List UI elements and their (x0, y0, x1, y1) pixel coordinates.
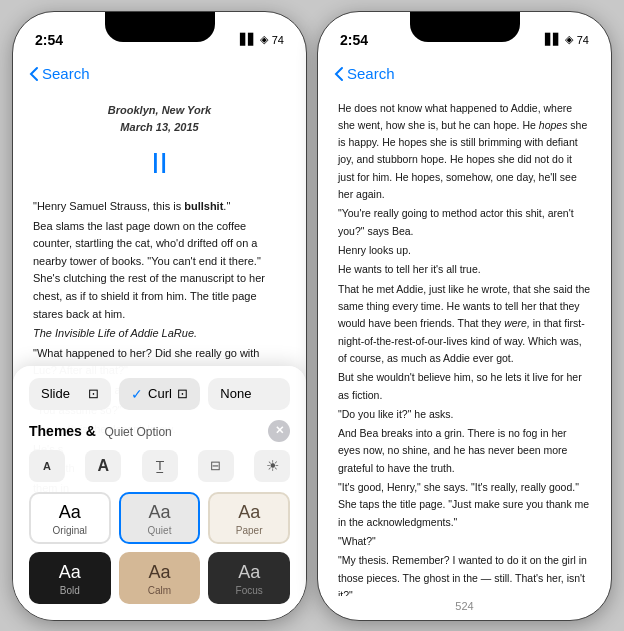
rp-11: "My thesis. Remember? I wanted to do it … (338, 552, 591, 595)
status-time-right: 2:54 (340, 32, 368, 48)
theme-bold-label: Bold (60, 585, 80, 596)
theme-bold[interactable]: Aa Bold (29, 552, 111, 604)
font-style-button[interactable]: T̲ (142, 450, 178, 482)
curl-label: Curl (148, 386, 172, 401)
rp-3: Henry looks up. (338, 242, 591, 259)
status-icons-left: ▋▋ ◈ 74 (240, 33, 284, 46)
nav-bar-left: Search (13, 56, 306, 92)
book-date: March 13, 2015 (33, 119, 286, 136)
transition-options: Slide ⊡ ✓ Curl ⊡ None (29, 378, 290, 410)
overlay-panel: Slide ⊡ ✓ Curl ⊡ None Themes & (13, 366, 306, 620)
theme-calm[interactable]: Aa Calm (119, 552, 201, 604)
themes-grid: Aa Original Aa Quiet Aa Paper Aa Bold (29, 492, 290, 604)
rp-1: He does not know what happened to Addie,… (338, 100, 591, 204)
battery-icon-right: 74 (577, 34, 589, 46)
layout-button[interactable]: ⊟ (198, 450, 234, 482)
wifi-icon: ◈ (260, 33, 268, 46)
status-icons-right: ▋▋ ◈ 74 (545, 33, 589, 46)
signal-icon: ▋▋ (240, 33, 256, 46)
theme-quiet-label: Quiet (148, 525, 172, 536)
battery-icon: 74 (272, 34, 284, 46)
theme-focus[interactable]: Aa Focus (208, 552, 290, 604)
theme-paper-label: Paper (236, 525, 263, 536)
theme-calm-label: Calm (148, 585, 171, 596)
themes-header: Themes & Quiet Option ✕ (29, 420, 290, 442)
rp-8: And Bea breaks into a grin. There is no … (338, 425, 591, 477)
right-phone: 2:54 ▋▋ ◈ 74 Search He does not know wha… (317, 11, 612, 621)
themes-title: Themes & (29, 423, 96, 439)
status-time-left: 2:54 (35, 32, 63, 48)
theme-paper[interactable]: Aa Paper (208, 492, 290, 544)
none-label: None (220, 386, 251, 401)
font-decrease-button[interactable]: A (29, 450, 65, 482)
nav-bar-right: Search (318, 56, 611, 92)
font-increase-button[interactable]: A (85, 450, 121, 482)
theme-paper-aa: Aa (238, 502, 260, 523)
back-button-right[interactable]: Search (334, 65, 395, 82)
transition-none[interactable]: None (208, 378, 290, 410)
rp-9: "It's good, Henry," she says. "It's real… (338, 479, 591, 531)
transition-curl[interactable]: ✓ Curl ⊡ (119, 378, 201, 410)
theme-original[interactable]: Aa Original (29, 492, 111, 544)
book-location: Brooklyn, New York (33, 102, 286, 119)
page-number: 524 (318, 596, 611, 620)
book-para-2: Bea slams the last page down on the coff… (33, 218, 286, 324)
wifi-icon-right: ◈ (565, 33, 573, 46)
signal-icon-right: ▋▋ (545, 33, 561, 46)
book-content-right: He does not know what happened to Addie,… (318, 92, 611, 596)
rp-6: But she wouldn't believe him, so he lets… (338, 369, 591, 404)
close-overlay-button[interactable]: ✕ (268, 420, 290, 442)
theme-focus-label: Focus (236, 585, 263, 596)
back-button-left[interactable]: Search (29, 65, 90, 82)
curl-icon: ⊡ (177, 386, 188, 401)
book-para-3: The Invisible Life of Addie LaRue. (33, 325, 286, 343)
rp-10: "What?" (338, 533, 591, 550)
theme-focus-aa: Aa (238, 562, 260, 583)
book-para-1: "Henry Samuel Strauss, this is bullshit.… (33, 198, 286, 216)
transition-slide[interactable]: Slide ⊡ (29, 378, 111, 410)
curl-check: ✓ (131, 386, 143, 402)
brightness-button[interactable]: ☀ (254, 450, 290, 482)
book-header: Brooklyn, New York March 13, 2015 II (33, 102, 286, 187)
rp-5: That he met Addie, just like he wrote, t… (338, 281, 591, 368)
left-phone: 2:54 ▋▋ ◈ 74 Search Brooklyn, New York M… (12, 11, 307, 621)
theme-bold-aa: Aa (59, 562, 81, 583)
status-bar-right: 2:54 ▋▋ ◈ 74 (318, 12, 611, 56)
rp-4: He wants to tell her it's all true. (338, 261, 591, 278)
toolbar-row: A A T̲ ⊟ ☀ (29, 450, 290, 482)
themes-subtitle: Quiet Option (104, 425, 171, 439)
rp-7: "Do you like it?" he asks. (338, 406, 591, 423)
themes-title-area: Themes & Quiet Option (29, 422, 172, 440)
slide-icon: ⊡ (88, 386, 99, 401)
rp-2: "You're really going to method actor thi… (338, 205, 591, 240)
theme-original-label: Original (53, 525, 87, 536)
theme-quiet-aa: Aa (148, 502, 170, 523)
theme-original-aa: Aa (59, 502, 81, 523)
slide-label: Slide (41, 386, 70, 401)
theme-quiet[interactable]: Aa Quiet (119, 492, 201, 544)
theme-calm-aa: Aa (148, 562, 170, 583)
status-bar-left: 2:54 ▋▋ ◈ 74 (13, 12, 306, 56)
book-chapter: II (33, 140, 286, 187)
